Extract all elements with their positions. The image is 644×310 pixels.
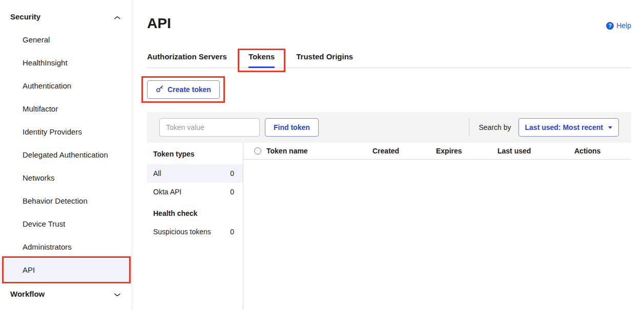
sidebar-item-label: Authentication bbox=[23, 81, 71, 90]
sidebar-nav: General HealthInsight Authentication Mul… bbox=[0, 28, 132, 281]
token-value-input[interactable] bbox=[159, 118, 260, 137]
token-type-label: Suspicious tokens bbox=[153, 228, 211, 236]
sort-dropdown-label: Last used: Most recent bbox=[525, 123, 603, 131]
sidebar-item-identity-providers[interactable]: Identity Providers bbox=[0, 120, 132, 143]
token-types-column: Token types All 0 Okta API 0 Health chec… bbox=[147, 143, 243, 309]
token-type-label: Okta API bbox=[153, 188, 181, 196]
sidebar-section-workflow-label: Workflow bbox=[10, 290, 45, 298]
column-actions: Actions bbox=[574, 147, 631, 155]
tab-bar: Authorization Servers Tokens Trusted Ori… bbox=[147, 52, 631, 68]
help-label: Help bbox=[616, 21, 631, 30]
sort-dropdown[interactable]: Last used: Most recent bbox=[518, 118, 619, 137]
help-link[interactable]: Help bbox=[606, 21, 631, 30]
chevron-down-icon bbox=[608, 126, 612, 129]
sidebar-item-device-trust[interactable]: Device Trust bbox=[0, 212, 132, 235]
column-created: Created bbox=[372, 147, 436, 155]
select-all-radio[interactable] bbox=[254, 147, 261, 154]
sidebar-item-label: Device Trust bbox=[23, 219, 65, 228]
tokens-toolbar: Find token Search by Last used: Most rec… bbox=[147, 112, 631, 143]
help-icon bbox=[606, 22, 614, 30]
sidebar-item-label: Behavior Detection bbox=[23, 196, 88, 205]
tab-trusted-origins[interactable]: Trusted Origins bbox=[296, 52, 353, 68]
sidebar: Security General HealthInsight Authentic… bbox=[0, 0, 132, 310]
sidebar-item-multifactor[interactable]: Multifactor bbox=[0, 97, 132, 120]
select-all-radio-cell bbox=[254, 147, 266, 154]
create-token-label: Create token bbox=[168, 85, 211, 94]
annotation-box-sidebar-api bbox=[2, 256, 131, 283]
token-type-suspicious-tokens[interactable]: Suspicious tokens 0 bbox=[147, 223, 243, 241]
search-by-label: Search by bbox=[469, 118, 518, 137]
sidebar-section-security-label: Security bbox=[10, 12, 40, 21]
sidebar-item-api[interactable]: API bbox=[0, 258, 132, 281]
tab-tokens[interactable]: Tokens bbox=[248, 52, 275, 68]
tab-authorization-servers[interactable]: Authorization Servers bbox=[147, 52, 227, 68]
token-type-label: All bbox=[153, 169, 161, 178]
column-expires: Expires bbox=[436, 147, 497, 155]
tokens-panel: Find token Search by Last used: Most rec… bbox=[147, 112, 631, 309]
chevron-up-icon bbox=[114, 12, 120, 21]
sidebar-item-label: Delegated Authentication bbox=[23, 150, 108, 159]
chevron-down-icon bbox=[114, 290, 120, 298]
main-content: API Help Authorization Servers Tokens Tr… bbox=[132, 0, 644, 310]
page-title: API bbox=[147, 15, 631, 32]
create-token-row: Create token bbox=[147, 80, 631, 99]
token-type-all[interactable]: All 0 bbox=[147, 164, 243, 183]
token-type-count: 0 bbox=[230, 228, 234, 236]
app-window: Security General HealthInsight Authentic… bbox=[0, 0, 644, 310]
sidebar-section-security[interactable]: Security bbox=[0, 9, 132, 28]
sidebar-item-label: Administrators bbox=[23, 242, 72, 251]
toolbar-right: Search by Last used: Most recent bbox=[469, 118, 619, 137]
column-token-name: Token name bbox=[266, 147, 372, 155]
sidebar-item-label: API bbox=[23, 265, 35, 274]
tab-tokens-label: Tokens bbox=[248, 52, 275, 61]
sidebar-item-behavior-detection[interactable]: Behavior Detection bbox=[0, 189, 132, 212]
token-type-count: 0 bbox=[230, 188, 234, 196]
panel-body: Token types All 0 Okta API 0 Health chec… bbox=[147, 143, 631, 309]
sidebar-item-authentication[interactable]: Authentication bbox=[0, 74, 132, 97]
sidebar-item-label: Networks bbox=[23, 173, 55, 182]
sidebar-item-healthinsight[interactable]: HealthInsight bbox=[0, 51, 132, 74]
token-type-okta-api[interactable]: Okta API 0 bbox=[147, 183, 243, 201]
sidebar-item-label: Identity Providers bbox=[23, 127, 82, 136]
health-check-subheader: Health check bbox=[147, 201, 243, 223]
key-icon bbox=[156, 85, 163, 94]
token-types-header: Token types bbox=[147, 144, 243, 164]
sidebar-item-delegated-authentication[interactable]: Delegated Authentication bbox=[0, 143, 132, 166]
sidebar-item-networks[interactable]: Networks bbox=[0, 166, 132, 189]
token-type-count: 0 bbox=[230, 169, 234, 178]
sidebar-section-workflow[interactable]: Workflow bbox=[0, 286, 132, 301]
sidebar-item-label: Multifactor bbox=[23, 104, 58, 113]
create-token-button[interactable]: Create token bbox=[147, 80, 220, 99]
find-token-button[interactable]: Find token bbox=[265, 118, 319, 137]
sidebar-item-label: HealthInsight bbox=[23, 58, 68, 67]
tokens-table: Token name Created Expires Last used Act… bbox=[243, 143, 631, 309]
sidebar-item-general[interactable]: General bbox=[0, 28, 132, 51]
sidebar-item-administrators[interactable]: Administrators bbox=[0, 235, 132, 258]
tokens-table-header: Token name Created Expires Last used Act… bbox=[243, 143, 631, 160]
sidebar-item-label: General bbox=[23, 35, 50, 44]
column-last-used: Last used bbox=[497, 147, 574, 155]
